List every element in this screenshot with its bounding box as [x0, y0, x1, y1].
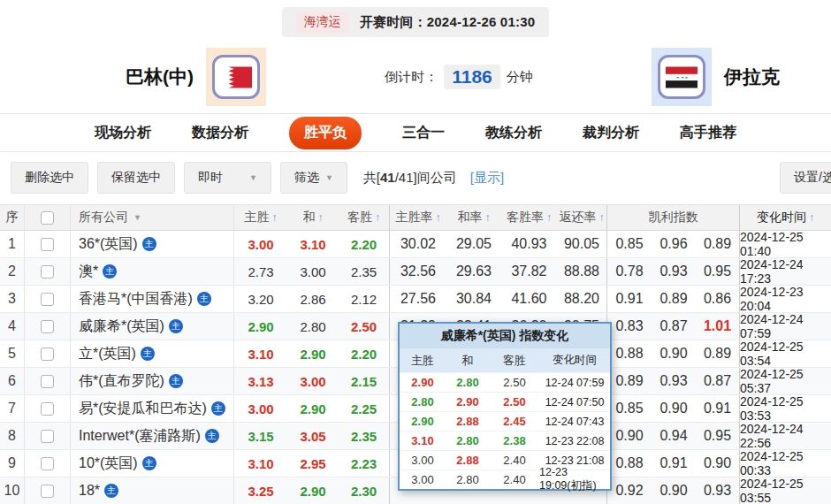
odds-cell[interactable]: 3.13 — [234, 368, 287, 394]
odds-cell[interactable]: 2.20 — [339, 340, 390, 367]
company-cell[interactable]: 立*(英国)主 — [71, 340, 234, 367]
show-link[interactable]: [显示] — [470, 170, 504, 187]
header-home-rate[interactable]: 主胜率↑ — [390, 205, 446, 230]
nav-tab[interactable]: 胜平负 — [289, 117, 362, 149]
popup-odds-cell: 2.90 — [446, 395, 490, 409]
select-all-checkbox[interactable] — [41, 211, 54, 225]
row-checkbox[interactable] — [41, 238, 54, 251]
odds-cell[interactable]: 3.00 — [287, 258, 339, 285]
settings-button[interactable]: 设置/选择 — [780, 162, 831, 194]
header-away-odds[interactable]: 客胜↑ — [339, 205, 390, 230]
header-home-rate-label: 主胜率 — [396, 210, 433, 225]
kelly-cell: 0.90 — [607, 423, 652, 449]
company-cell[interactable]: 10*(英国)主 — [71, 450, 234, 477]
odds-cell[interactable]: 2.30 — [339, 477, 390, 504]
header-draw-odds[interactable]: 和↑ — [287, 205, 339, 230]
company-cell[interactable]: 威廉希*(英国)主 — [71, 313, 234, 340]
sort-up-icon: ↑ — [375, 211, 380, 224]
row-checkbox[interactable] — [41, 402, 54, 416]
company-cell[interactable]: 澳*主 — [71, 258, 234, 285]
odds-cell[interactable]: 2.90 — [234, 313, 287, 340]
header-home-odds[interactable]: 主胜↑ — [234, 205, 287, 230]
popup-odds-cell: 2.80 — [446, 434, 490, 447]
rate-cell: 88.20 — [557, 286, 607, 312]
odds-cell[interactable]: 3.00 — [234, 395, 287, 422]
odds-cell[interactable]: 2.80 — [287, 313, 339, 340]
odds-cell[interactable]: 2.20 — [339, 231, 390, 257]
popup-header-cell: 主胜 — [400, 353, 446, 369]
kelly-cell: 0.85 — [607, 395, 652, 422]
row-checkbox[interactable] — [41, 457, 54, 470]
header-change-time[interactable]: 变化时间↑ — [740, 205, 831, 230]
primary-badge: 主 — [205, 429, 219, 443]
header-away-rate[interactable]: 客胜率↑ — [501, 205, 557, 230]
delete-selected-button[interactable]: 删除选中 — [11, 162, 88, 194]
company-cell[interactable]: 伟*(直布罗陀)主 — [71, 368, 234, 394]
odds-cell[interactable]: 3.00 — [287, 368, 339, 394]
header-return-rate[interactable]: 返还率↑ — [557, 205, 607, 230]
popup-time-cell: 12-24 07:43 — [539, 416, 610, 428]
time-filter-value: 即时 — [198, 170, 223, 186]
time-filter-dropdown[interactable]: 即时▼ — [184, 162, 271, 194]
rate-cell: 30.02 — [390, 231, 446, 257]
nav-tab[interactable]: 教练分析 — [485, 124, 542, 142]
primary-badge: 主 — [169, 319, 183, 333]
odds-cell[interactable]: 2.12 — [339, 286, 390, 312]
odds-cell[interactable]: 2.95 — [287, 450, 339, 477]
odds-cell[interactable]: 2.35 — [339, 423, 390, 449]
popup-header-cell: 变化时间 — [539, 353, 610, 368]
nav-tab[interactable]: 裁判分析 — [583, 124, 639, 142]
odds-cell[interactable]: 3.25 — [234, 477, 287, 504]
popup-odds-cell: 2.88 — [446, 454, 490, 467]
kelly-cell: 0.94 — [652, 423, 696, 449]
row-checkbox[interactable] — [41, 485, 54, 498]
nav-tab[interactable]: 数据分析 — [192, 124, 248, 142]
odds-cell[interactable]: 3.10 — [234, 340, 287, 367]
row-checkbox[interactable] — [41, 347, 54, 361]
row-checkbox[interactable] — [41, 265, 54, 279]
start-time-value: 2024-12-26 01:30 — [427, 14, 535, 29]
header-draw-label: 和 — [303, 210, 316, 225]
nav-tab[interactable]: 三合一 — [402, 124, 445, 142]
row-checkbox[interactable] — [41, 375, 54, 388]
popup-row: 3.102.802.3812-23 22:08 — [400, 431, 610, 450]
company-cell[interactable]: Interwet*(塞浦路斯)主 — [71, 423, 234, 449]
company-cell[interactable]: 易*(安提瓜和巴布达)主 — [71, 395, 234, 422]
odds-cell[interactable]: 2.50 — [339, 313, 390, 340]
odds-cell[interactable]: 2.15 — [339, 368, 390, 394]
header-company[interactable]: 所有公司▼ — [71, 205, 234, 230]
kelly-cell: 0.86 — [696, 286, 740, 312]
odds-cell[interactable]: 3.05 — [287, 423, 339, 449]
odds-cell[interactable]: 3.15 — [234, 423, 287, 449]
kelly-cell: 0.87 — [696, 368, 740, 394]
row-checkbox[interactable] — [41, 320, 54, 333]
header-away-label: 客胜 — [347, 210, 372, 225]
odds-cell[interactable]: 2.73 — [234, 258, 287, 285]
nav-tab[interactable]: 高手推荐 — [680, 124, 736, 142]
odds-cell[interactable]: 3.20 — [234, 286, 287, 312]
rate-cell: 40.93 — [501, 231, 557, 257]
company-cell[interactable]: 36*(英国)主 — [71, 231, 234, 257]
kelly-cell: 0.78 — [607, 258, 652, 285]
odds-cell[interactable]: 2.90 — [287, 395, 339, 422]
filter-dropdown[interactable]: 筛选▼ — [280, 162, 347, 194]
row-checkbox-cell — [25, 258, 71, 285]
keep-selected-button[interactable]: 保留选中 — [97, 162, 175, 194]
odds-cell[interactable]: 2.35 — [339, 258, 390, 285]
odds-cell[interactable]: 3.10 — [287, 231, 339, 257]
odds-cell[interactable]: 2.25 — [339, 395, 390, 422]
company-cell[interactable]: 18*主 — [71, 477, 234, 504]
odds-cell[interactable]: 2.90 — [287, 477, 339, 504]
header-draw-rate[interactable]: 和率↑ — [446, 205, 501, 230]
row-checkbox[interactable] — [41, 293, 54, 306]
row-checkbox[interactable] — [41, 430, 54, 443]
odds-cell[interactable]: 2.86 — [287, 286, 339, 312]
company-cell[interactable]: 香港马*(中国香港)主 — [71, 286, 234, 312]
chevron-down-icon: ▼ — [325, 173, 333, 182]
odds-cell[interactable]: 3.00 — [234, 231, 287, 257]
odds-cell[interactable]: 2.23 — [339, 450, 390, 477]
nav-tab[interactable]: 现场分析 — [95, 124, 151, 142]
odds-cell[interactable]: 3.10 — [234, 450, 287, 477]
odds-cell[interactable]: 2.90 — [287, 340, 339, 367]
chevron-down-icon: ▼ — [249, 173, 257, 182]
